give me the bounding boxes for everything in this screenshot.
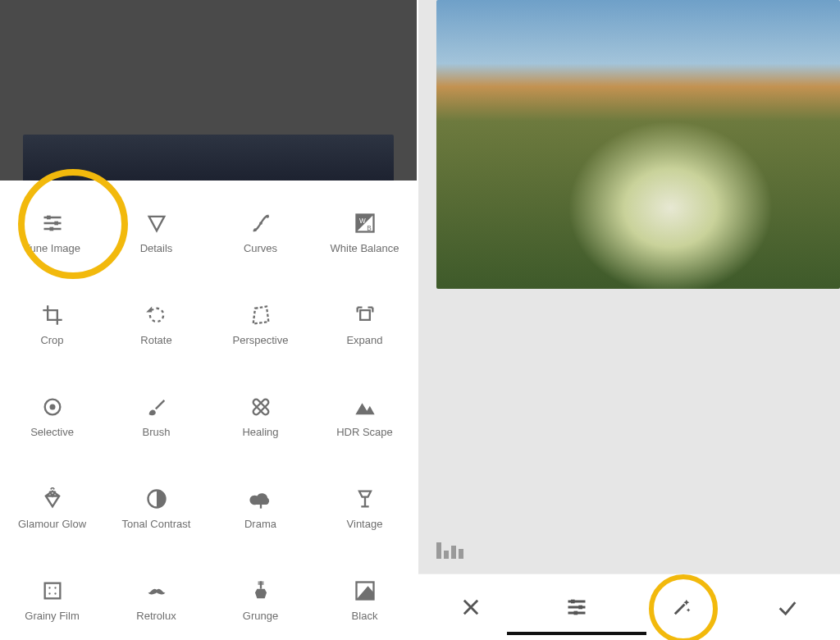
tool-label: Curves bbox=[244, 242, 277, 255]
tool-label: Brush bbox=[143, 426, 171, 439]
cloud-icon bbox=[249, 487, 273, 511]
tool-curves[interactable]: Curves bbox=[208, 187, 313, 279]
tool-expand[interactable]: Expand bbox=[313, 279, 417, 371]
svg-text:W: W bbox=[359, 217, 366, 225]
tool-rotate[interactable]: Rotate bbox=[104, 279, 208, 371]
tool-label: Perspective bbox=[233, 334, 289, 347]
tool-tune-image[interactable]: Tune Image bbox=[0, 187, 104, 279]
tool-label: Rotate bbox=[140, 334, 171, 347]
svg-point-3 bbox=[253, 229, 257, 232]
tool-healing[interactable]: Healing bbox=[208, 371, 313, 463]
wb-icon: WB bbox=[353, 211, 377, 235]
svg-point-16 bbox=[54, 587, 56, 589]
tool-perspective[interactable]: Perspective bbox=[208, 279, 313, 371]
brush-icon bbox=[144, 395, 169, 419]
tool-crop[interactable]: Crop bbox=[0, 279, 104, 371]
svg-point-4 bbox=[259, 222, 262, 225]
perspective-icon bbox=[249, 303, 273, 327]
film-icon bbox=[40, 578, 65, 603]
target-icon bbox=[40, 395, 65, 419]
bw-icon bbox=[353, 578, 377, 603]
tool-label: Tonal Contrast bbox=[122, 518, 191, 531]
expand-icon bbox=[353, 303, 377, 327]
tool-label: Tune Image bbox=[24, 242, 80, 255]
svg-point-5 bbox=[266, 215, 269, 218]
svg-point-18 bbox=[54, 593, 56, 595]
tool-label: Crop bbox=[40, 334, 63, 347]
guitar-icon bbox=[249, 578, 273, 603]
selection-underline bbox=[507, 632, 646, 635]
mountains-icon bbox=[353, 395, 377, 419]
cancel-button[interactable] bbox=[445, 581, 497, 633]
lamp-icon bbox=[353, 487, 377, 511]
app-root: Tune Image Details Curves WB White Balan… bbox=[0, 0, 840, 640]
half-circle-icon bbox=[144, 487, 169, 511]
tool-retrolux[interactable]: Retrolux bbox=[104, 555, 208, 640]
tool-tonal-contrast[interactable]: Tonal Contrast bbox=[104, 463, 208, 555]
tool-label: Selective bbox=[30, 426, 74, 439]
tool-glamour-glow[interactable]: Glamour Glow bbox=[0, 463, 104, 555]
tool-label: Drama bbox=[244, 518, 276, 531]
tool-grainy-film[interactable]: Grainy Film bbox=[0, 555, 104, 640]
apply-button[interactable] bbox=[761, 581, 814, 633]
svg-point-17 bbox=[48, 593, 50, 595]
tool-black[interactable]: Black bbox=[313, 555, 417, 640]
editor-toolbar bbox=[418, 574, 840, 640]
tool-label: Grunge bbox=[243, 610, 278, 623]
photo-stub bbox=[23, 135, 394, 181]
tool-grunge[interactable]: Grunge bbox=[208, 555, 313, 640]
tool-white-balance[interactable]: WB White Balance bbox=[313, 187, 417, 279]
diamond-icon bbox=[40, 487, 65, 511]
tune-button[interactable] bbox=[550, 581, 603, 633]
tool-brush[interactable]: Brush bbox=[104, 371, 208, 463]
curves-icon bbox=[249, 211, 273, 235]
rotate-icon bbox=[144, 303, 169, 327]
svg-point-15 bbox=[48, 587, 50, 589]
tool-label: Vintage bbox=[347, 518, 383, 531]
tool-drama[interactable]: Drama bbox=[208, 463, 313, 555]
svg-rect-20 bbox=[571, 600, 575, 604]
tool-label: White Balance bbox=[331, 242, 399, 255]
svg-rect-14 bbox=[44, 583, 60, 599]
tool-label: Retrolux bbox=[136, 610, 176, 623]
tool-details[interactable]: Details bbox=[104, 187, 208, 279]
svg-rect-0 bbox=[47, 216, 51, 220]
tools-pane: Tune Image Details Curves WB White Balan… bbox=[0, 0, 417, 640]
tool-label: Glamour Glow bbox=[18, 518, 86, 531]
tool-label: Details bbox=[140, 242, 173, 255]
tool-grid: Tune Image Details Curves WB White Balan… bbox=[0, 181, 417, 640]
svg-rect-2 bbox=[49, 227, 53, 231]
tool-selective[interactable]: Selective bbox=[0, 371, 104, 463]
crop-icon bbox=[40, 303, 65, 327]
svg-text:B: B bbox=[367, 226, 372, 233]
editor-pane bbox=[417, 0, 840, 640]
tool-label: Expand bbox=[346, 334, 382, 347]
sliders-icon bbox=[40, 211, 65, 235]
tool-label: HDR Scape bbox=[336, 426, 393, 439]
triangle-down-icon bbox=[144, 211, 169, 235]
svg-rect-22 bbox=[573, 611, 578, 615]
tool-label: Grainy Film bbox=[25, 610, 79, 623]
left-photo-preview bbox=[0, 0, 417, 181]
svg-rect-1 bbox=[54, 222, 58, 226]
mustache-icon bbox=[144, 578, 169, 603]
edited-photo[interactable] bbox=[436, 0, 840, 289]
magic-wand-button[interactable] bbox=[655, 581, 708, 633]
tool-hdr-scape[interactable]: HDR Scape bbox=[313, 371, 417, 463]
tool-label: Healing bbox=[242, 426, 278, 439]
tool-vintage[interactable]: Vintage bbox=[313, 463, 417, 555]
tool-label: Black bbox=[352, 610, 378, 623]
right-photo-area bbox=[418, 0, 840, 574]
bandage-icon bbox=[249, 395, 273, 419]
svg-rect-21 bbox=[578, 606, 582, 610]
histogram-icon[interactable] bbox=[436, 542, 466, 559]
svg-point-10 bbox=[49, 405, 55, 410]
